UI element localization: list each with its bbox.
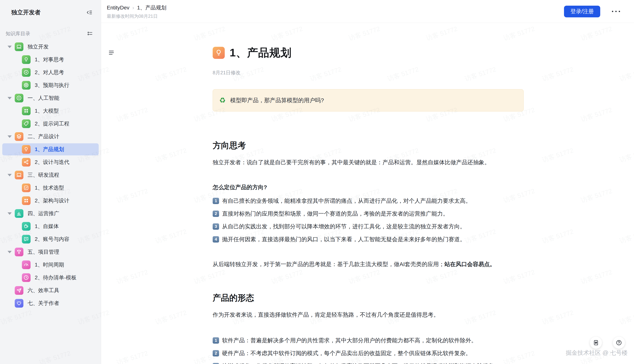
callout-text: 模型即产品，那产品算模型的用户吗?	[230, 96, 324, 104]
sidebar-item-label: 2、提示词工程	[35, 120, 70, 127]
sidebar-item-label: 七、关于作者	[28, 300, 59, 307]
breadcrumb-root[interactable]: EntityDev	[107, 5, 130, 11]
grid-icon	[22, 196, 31, 205]
clock-icon	[22, 273, 31, 282]
sidebar-item[interactable]: 2、账号与内容	[2, 233, 99, 245]
list-item-text: 有自己擅长的业务领域，能精准拿捏其中所谓的痛点，从而进行产品化，对个人产品能力要…	[222, 196, 471, 206]
last-modified-note: 最新修改时间为08月21日	[107, 13, 166, 19]
directory-label: 知识库目录	[6, 30, 30, 37]
sidebar-item[interactable]: 一、人工智能	[2, 92, 99, 104]
sidebar-item-label: 1、时间周期	[35, 261, 64, 268]
caret-down-icon[interactable]	[8, 46, 12, 48]
sidebar-item[interactable]: 2、架构与设计	[2, 195, 99, 207]
plane-icon	[15, 286, 24, 295]
callout: ♻ 模型即产品，那产品算模型的用户吗?	[213, 89, 524, 112]
chat-icon	[22, 235, 31, 244]
number-badge: 1	[213, 198, 219, 204]
numbered-list: 1软件产品：普遍是解决多个用户的共性需求，其中大部分用户的付费能力都不高，定制化…	[213, 336, 524, 364]
paragraph: 作为开发者来说，直接选择做软件产品，肯定是轻车熟路，不过有几个角度还是值得思考。	[213, 310, 524, 319]
aperture-icon	[22, 81, 31, 90]
login-register-button[interactable]: 登录/注册	[564, 6, 600, 17]
sidebar-item[interactable]: 七、关于作者	[2, 297, 99, 309]
sidebar-item-label: 2、设计与迭代	[35, 158, 70, 166]
recycle-emoji: ♻	[219, 97, 226, 104]
sidebar-item[interactable]: 2、待办清单-模板	[2, 272, 99, 284]
breadcrumb: EntityDev › 1、产品规划 最新修改时间为08月21日	[107, 4, 166, 19]
app-window: 访客 51772访客 51772访客 51772访客 51772访客 51772…	[0, 0, 634, 364]
sidebar-item-label: 六、效率工具	[28, 287, 59, 294]
document: 1、产品规划 8月21日修改 ♻ 模型即产品，那产品算模型的用户吗? 方向思考独…	[213, 41, 524, 364]
site-watermark: 掘金技术社区 @ 七号楼	[566, 349, 627, 357]
sidebar-item-label: 三、研发流程	[28, 172, 59, 178]
sidebar-item[interactable]: 1、大模型	[2, 105, 99, 117]
section-heading: 产品的形态	[213, 292, 524, 304]
bulb-icon	[213, 47, 225, 59]
caret-down-icon[interactable]	[8, 212, 12, 215]
list-item-text: 硬件产品：不考虑其中软件订阅的模式，每个产品卖出后的收益固定，整个供应链体系比软…	[222, 349, 471, 358]
page-title: 1、产品规划	[230, 46, 292, 60]
cup-icon	[22, 222, 31, 231]
help-button[interactable]	[613, 337, 625, 349]
sidebar-item[interactable]: 2、设计与迭代	[2, 156, 99, 168]
list-item: 1软件产品：普遍是解决多个用户的共性需求，其中大部分用户的付费能力都不高，定制化…	[213, 336, 524, 345]
list-item: 2直接对标热门的应用类型和场景，做同一个赛道的竞品，考验的是开发者的运营推广能力…	[213, 209, 524, 218]
sidebar-item-label: 1、产品规划	[35, 146, 64, 153]
list-item-text: 从自己的实践出发，找到部分可以降本增效的环节，进行工具化，这是较主流的独立开发者…	[222, 222, 465, 231]
sidebar-item-label: 1、大模型	[35, 107, 59, 114]
caret-down-icon[interactable]	[8, 174, 12, 176]
sidebar-item[interactable]: 1、自媒体	[2, 220, 99, 232]
sidebar-item[interactable]: 六、效率工具	[2, 284, 99, 296]
breadcrumb-current: 1、产品规划	[137, 4, 167, 11]
comment-button[interactable]	[590, 337, 602, 349]
sidebar-item[interactable]: 独立开发	[2, 41, 99, 53]
grid-icon	[22, 106, 31, 115]
number-badge: 1	[213, 337, 219, 344]
heart-icon	[15, 299, 24, 308]
tag-icon	[22, 120, 31, 128]
sidebar-item[interactable]: 2、提示词工程	[2, 118, 99, 130]
sidebar-item-label: 1、对事思考	[35, 56, 64, 63]
sidebar-item[interactable]: 1、技术选型	[2, 182, 99, 194]
compass-icon	[22, 68, 31, 77]
collapse-sidebar-icon[interactable]	[85, 8, 93, 16]
sidebar-item[interactable]: 三、研发流程	[2, 169, 99, 181]
sidebar-item[interactable]: 1、时间周期	[2, 259, 99, 271]
directory-sort-icon[interactable]	[86, 30, 94, 38]
check-square-icon	[22, 184, 31, 192]
list-item: 2硬件产品：不考虑其中软件订阅的模式，每个产品卖出后的收益固定，整个供应链体系比…	[213, 349, 524, 358]
list-item: 3从自己的实践出发，找到部分可以降本增效的环节，进行工具化，这是较主流的独立开发…	[213, 222, 524, 231]
sidebar-item[interactable]: 五、项目管理	[2, 246, 99, 258]
bar-chart-icon	[15, 209, 24, 218]
trophy-icon	[15, 248, 24, 256]
caret-down-icon[interactable]	[8, 136, 12, 138]
sidebar-item-label: 1、自媒体	[35, 223, 59, 230]
sidebar-item-label: 2、待办清单-模板	[35, 274, 77, 281]
sidebar-item[interactable]: 2、对人思考	[2, 66, 99, 78]
number-badge: 4	[213, 236, 219, 242]
caret-down-icon[interactable]	[8, 251, 12, 253]
sidebar-item[interactable]: 二、产品设计	[2, 130, 99, 142]
top-bar: EntityDev › 1、产品规划 最新修改时间为08月21日 登录/注册	[101, 0, 634, 23]
sidebar-item-label: 五、项目管理	[28, 248, 59, 256]
sidebar-item-label: 四、运营推广	[28, 210, 59, 217]
sidebar-item[interactable]: 四、运营推广	[2, 208, 99, 220]
compass-icon	[15, 94, 24, 102]
sidebar-item-label: 3、预期与执行	[35, 82, 70, 89]
modified-date: 8月21日修改	[213, 70, 524, 76]
outline-toggle-icon[interactable]	[108, 49, 116, 57]
sidebar-item[interactable]: 3、预期与执行	[2, 79, 99, 91]
sidebar-item[interactable]: 1、产品规划	[2, 143, 99, 156]
paragraph: 独立开发者：说白了就是自己要干完所有的事，其中最关键的就是：产品和运营。显然自媒…	[213, 158, 524, 167]
workspace-title: 独立开发者	[11, 8, 41, 16]
sidebar-item-label: 2、账号与内容	[35, 236, 70, 243]
caret-down-icon[interactable]	[8, 97, 12, 100]
more-menu-icon[interactable]	[610, 9, 622, 14]
sidebar-item-label: 二、产品设计	[28, 133, 59, 140]
sidebar-item[interactable]: 1、对事思考	[2, 54, 99, 66]
list-item: 4抛开任何因素，直接选择最热门的风口，以当下来看，人工智能无疑会是未来好多年的热…	[213, 235, 524, 244]
list-item-text: 抛开任何因素，直接选择最热门的风口，以当下来看，人工智能无疑会是未来好多年的热门…	[222, 235, 465, 244]
document-body: 方向思考独立开发者：说白了就是自己要干完所有的事，其中最关键的就是：产品和运营。…	[213, 140, 524, 364]
sidebar-item-label: 2、对人思考	[35, 69, 64, 76]
number-badge: 2	[213, 350, 219, 356]
number-badge: 2	[213, 210, 219, 217]
